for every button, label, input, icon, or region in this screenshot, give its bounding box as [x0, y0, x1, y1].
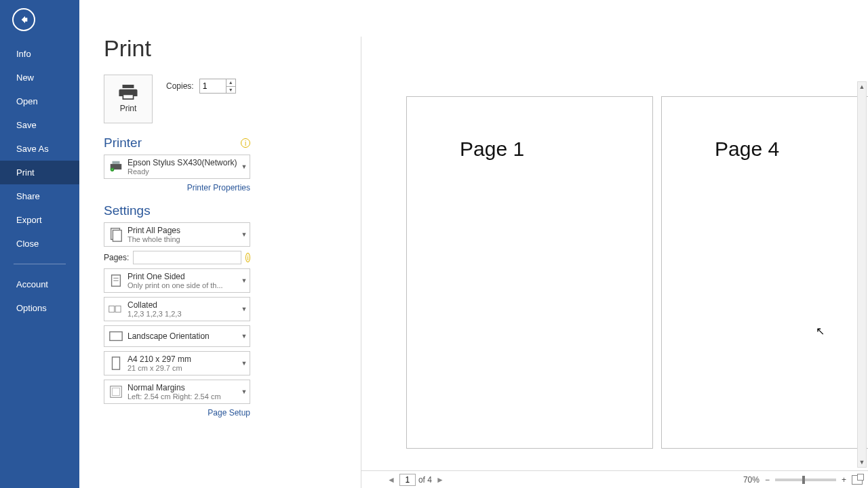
sidebar-item-options[interactable]: Options [0, 296, 79, 320]
printer-select[interactable]: Epson Stylus SX430(Network) Ready ▼ [104, 155, 250, 179]
print-scope-select[interactable]: Print All Pages The whole thing ▼ [104, 222, 250, 247]
sidebar-item-account[interactable]: Account [0, 272, 79, 296]
sidebar-item-share[interactable]: Share [0, 184, 79, 208]
sidebar-item-print[interactable]: Print [0, 161, 79, 184]
sidebar-item-export[interactable]: Export [0, 208, 79, 232]
pages-row: Pages: i [104, 251, 250, 264]
backstage-sidebar: Info New Open Save Save As Print Share E… [0, 0, 79, 488]
page-setup-link[interactable]: Page Setup [104, 408, 250, 418]
zoom-slider-knob[interactable] [802, 476, 805, 484]
info-icon[interactable]: i [241, 138, 250, 148]
paper-icon [104, 356, 127, 371]
copies-row: Copies: ▲ ▼ [166, 79, 236, 94]
one-sided-icon [104, 273, 127, 288]
settings-section: Settings Print All Pages The whole thing… [104, 203, 250, 418]
chevron-down-icon: ▼ [239, 277, 250, 284]
margins-icon [104, 384, 127, 399]
sidebar-item-close[interactable]: Close [0, 232, 79, 256]
total-pages-label: of 4 [418, 475, 432, 485]
margins-sub: Left: 2.54 cm Right: 2.54 cm [127, 392, 239, 401]
paper-title: A4 210 x 297 mm [127, 354, 239, 364]
scroll-down-button[interactable]: ▼ [858, 458, 866, 467]
margins-title: Normal Margins [127, 383, 239, 392]
chevron-down-icon: ▼ [239, 360, 250, 367]
landscape-icon [104, 329, 127, 344]
sidebar-item-new[interactable]: New [0, 66, 79, 89]
sides-title: Print One Sided [127, 272, 239, 281]
chevron-down-icon: ▼ [239, 231, 250, 238]
orientation-title: Landscape Orientation [127, 331, 239, 341]
main-pane: Print Print Copies: ▲ ▼ Printer i [79, 0, 868, 488]
print-button[interactable]: Print [104, 75, 153, 123]
sidebar-item-save-as[interactable]: Save As [0, 137, 79, 161]
svg-rect-2 [113, 230, 121, 242]
svg-rect-9 [113, 357, 120, 369]
zoom-controls: 70% − + [743, 475, 863, 485]
svg-rect-6 [109, 306, 115, 312]
copies-input[interactable] [200, 79, 226, 93]
svg-rect-7 [115, 306, 121, 312]
pages-icon [104, 227, 127, 242]
sidebar-item-save[interactable]: Save [0, 113, 79, 137]
zoom-out-button[interactable]: − [764, 475, 771, 485]
printer-status: Ready [127, 167, 239, 176]
zoom-in-button[interactable]: + [840, 475, 848, 485]
preview-page-right: Page 4 [661, 96, 868, 449]
sides-select[interactable]: Print One Sided Only print on one side o… [104, 268, 250, 293]
chevron-down-icon: ▼ [239, 306, 250, 312]
collate-sub: 1,2,3 1,2,3 1,2,3 [127, 310, 239, 318]
back-button[interactable] [12, 8, 35, 31]
arrow-left-icon [18, 14, 29, 25]
spinner-buttons: ▲ ▼ [226, 79, 235, 93]
preview-footer: ◄ of 4 ► 70% − + [361, 470, 868, 488]
print-scope-sub: The whole thing [127, 235, 239, 243]
sidebar-separator [14, 264, 66, 264]
pages-input[interactable] [133, 251, 241, 264]
collate-title: Collated [127, 300, 239, 310]
printer-heading: Printer [104, 136, 142, 150]
info-icon[interactable]: i [245, 253, 250, 262]
zoom-slider[interactable] [775, 479, 836, 481]
collate-icon [104, 302, 127, 317]
printer-device-icon [104, 159, 127, 174]
spinner-down[interactable]: ▼ [226, 86, 235, 94]
chevron-down-icon: ▼ [239, 333, 250, 340]
copies-spinner[interactable]: ▲ ▼ [199, 79, 236, 94]
fit-to-window-button[interactable] [852, 475, 863, 485]
spinner-up[interactable]: ▲ [226, 79, 235, 86]
paper-size-select[interactable]: A4 210 x 297 mm 21 cm x 29.7 cm ▼ [104, 351, 250, 375]
pages-label: Pages: [104, 253, 129, 262]
sidebar-item-info[interactable]: Info [0, 42, 79, 66]
printer-section: Printer i Epson Stylus SX430(Network) Re… [104, 136, 250, 192]
collate-select[interactable]: Collated 1,2,3 1,2,3 1,2,3 ▼ [104, 297, 250, 321]
printer-icon [119, 85, 138, 100]
preview-page-left: Page 1 [406, 96, 653, 449]
preview-page-left-label: Page 1 [460, 138, 524, 161]
print-preview: Page 1 Page 4 ↖ ▲ ▼ ◄ of 4 ► 70% − + [361, 37, 868, 488]
print-button-label: Print [120, 104, 137, 113]
prev-page-button[interactable]: ◄ [386, 475, 397, 485]
print-scope-title: Print All Pages [127, 226, 239, 235]
chevron-down-icon: ▼ [239, 163, 250, 170]
printer-properties-link[interactable]: Printer Properties [104, 183, 250, 192]
settings-heading: Settings [104, 203, 250, 218]
sidebar-item-open[interactable]: Open [0, 89, 79, 113]
next-page-button[interactable]: ► [435, 475, 446, 485]
svg-rect-8 [110, 332, 122, 341]
paper-sub: 21 cm x 29.7 cm [127, 364, 239, 372]
page-nav: ◄ of 4 ► [386, 474, 446, 486]
chevron-down-icon: ▼ [239, 388, 250, 395]
margins-select[interactable]: Normal Margins Left: 2.54 cm Right: 2.54… [104, 380, 250, 404]
page-title: Print [104, 35, 151, 62]
printer-name: Epson Stylus SX430(Network) [127, 158, 239, 167]
orientation-select[interactable]: Landscape Orientation ▼ [104, 325, 250, 347]
preview-scrollbar[interactable]: ▲ ▼ [857, 81, 867, 468]
current-page-input[interactable] [399, 474, 416, 486]
sides-sub: Only print on one side of th... [127, 281, 239, 289]
copies-label: Copies: [166, 81, 194, 91]
preview-page-right-label: Page 4 [715, 138, 779, 161]
scroll-up-button[interactable]: ▲ [858, 82, 866, 92]
print-block: Print Copies: ▲ ▼ [104, 75, 236, 123]
zoom-value: 70% [743, 475, 760, 485]
